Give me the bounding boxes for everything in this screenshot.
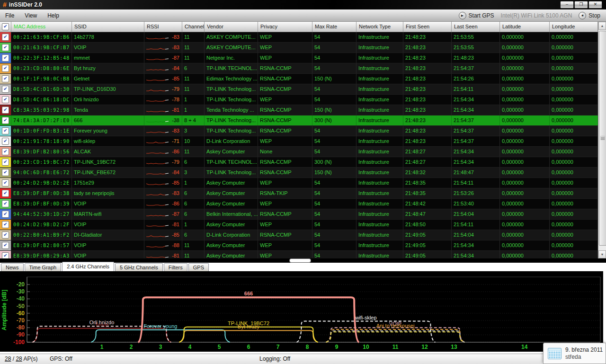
table-row[interactable]: ✔00:1F:1F:98:0C:B8Getnet-8511Edimax Tech… [0, 74, 598, 84]
row-checkbox[interactable]: ✔ [2, 138, 9, 145]
row-checkbox[interactable]: ✔ [2, 65, 9, 72]
cell-vendor: TP-LINK TECHNOL... [205, 63, 258, 73]
table-row[interactable]: ✔74:EA:3A:D7:2F:E0666-388 + 4TP-LINK Tec… [0, 115, 598, 126]
table-row[interactable]: ✔00:21:63:9B:CF:B7VOIP-8311ASKEY COMPUTE… [0, 43, 598, 53]
cell-longitude: 0,000000 [550, 53, 598, 63]
col-ssid[interactable]: SSID [72, 22, 144, 32]
table-row[interactable]: ✔94:0C:6D:FB:E6:72TP-LINK_FBE672-843TP-L… [0, 168, 598, 178]
cell-privacy: WEP [258, 53, 312, 63]
cell-mac-address: 00:24:D2:9B:D2:2E [11, 178, 72, 188]
row-checkbox[interactable]: ✔ [2, 179, 9, 186]
tab-filters[interactable]: Filters [164, 263, 187, 271]
row-checkbox[interactable]: ✔ [2, 117, 9, 124]
table-row[interactable]: ✔E8:39:DF:B2:80:57VOIP-8811Askey Compute… [0, 240, 598, 251]
tab-news[interactable]: News [1, 263, 24, 271]
row-checkbox[interactable]: ✔ [2, 221, 9, 228]
table-row[interactable]: ✔00:24:D2:9B:D2:2FVOIP-811Askey Computer… [0, 220, 598, 230]
col-latitude[interactable]: Latitude [500, 22, 550, 32]
tab-gps[interactable]: GPS [188, 263, 209, 271]
close-button[interactable]: ✕ [588, 1, 602, 9]
menu-help[interactable]: Help [42, 10, 64, 21]
table-row[interactable]: ✔00:23:CD:D8:80:6EByt hruzy-846TP-LINK T… [0, 63, 598, 74]
table-row[interactable]: ✔E8:39:DF:B2:80:56ALCAK-8611Askey Comput… [0, 147, 598, 157]
menu-view[interactable]: View [19, 10, 42, 21]
table-row[interactable]: ✔00:21:91:78:18:90wifi-sklep-7110D-Link … [0, 136, 598, 147]
row-checkbox[interactable]: ✔ [2, 242, 9, 249]
svg-text:9: 9 [335, 344, 339, 350]
row-color-swatch: ✔ [0, 147, 11, 157]
row-checkbox[interactable]: ✔ [2, 190, 9, 197]
channel-graph-svg: -20-30-40-50-60-70-80-90-100123456789101… [0, 271, 603, 352]
col-vendor[interactable]: Vendor [205, 22, 258, 32]
row-checkbox[interactable]: ✔ [2, 34, 9, 41]
table-row[interactable]: ✔00:23:CD:19:BC:72TP-LINK_19BC72-796TP-L… [0, 157, 598, 168]
col-channel[interactable]: Channel [182, 22, 205, 32]
cell-latitude: 0,000000 [500, 168, 550, 178]
table-row[interactable]: ✔C8:3A:35:03:92:98Tenda-811Tenda Technol… [0, 105, 598, 115]
row-checkbox[interactable]: ✔ [2, 107, 9, 114]
table-row[interactable]: ✔D8:5D:4C:86:18:DCOrli hnizdo-781TP-LINK… [0, 95, 598, 105]
row-checkbox[interactable]: ✔ [2, 159, 9, 166]
tab-5ghz-channels[interactable]: 5 GHz Channels [115, 263, 163, 271]
table-row[interactable]: ✔00:1D:0F:FD:B3:1EForever young-833TP-LI… [0, 126, 598, 136]
rssi-sparkline [146, 169, 169, 177]
stop-button[interactable]: ■ Stop [579, 12, 600, 19]
rssi-sparkline [146, 252, 169, 259]
col-network-type[interactable]: Network Type [356, 22, 403, 32]
cell-privacy: RSNA-CCMP [258, 230, 312, 240]
col-longitude[interactable]: Longitude [550, 22, 598, 32]
adapter-select[interactable]: Intel(R) WiFi Link 5100 AGN [501, 12, 572, 19]
scrollbar-thumb[interactable] [599, 31, 606, 246]
cell-first-seen: 21:49:05 [403, 251, 452, 258]
row-checkbox[interactable]: ✔ [2, 252, 9, 258]
row-checkbox[interactable]: ✔ [2, 127, 9, 134]
minimize-button[interactable]: – [560, 1, 574, 9]
table-scrollbar[interactable]: ▲ ▼ [598, 22, 606, 258]
start-gps-button[interactable]: ▶ Start GPS [459, 12, 494, 19]
table-row[interactable]: ✔E8:39:DF:0B:29:A3VOIP-8111Askey Compute… [0, 251, 598, 258]
col-first-seen[interactable]: First Seen [403, 22, 452, 32]
table-row[interactable]: ✔E8:39:DF:BF:0D:38tady se nepripojis-836… [0, 188, 598, 199]
cell-channel: 11 [182, 32, 205, 42]
col-privacy[interactable]: Privacy [258, 22, 312, 32]
table-row[interactable]: ✔E8:39:DF:BF:0D:39VOIP-866Askey Computer… [0, 199, 598, 209]
cell-max-rate: 54 [312, 84, 356, 94]
table-row[interactable]: ✔00:21:63:9B:CF:B614b2778-8311ASKEY COMP… [0, 32, 598, 43]
row-color-swatch: ✔ [0, 220, 11, 230]
cell-network-type: Infrastructure [356, 74, 403, 84]
cell-last-seen: 21:54:37 [452, 115, 500, 125]
scroll-down-icon[interactable]: ▼ [598, 250, 606, 258]
tab-24ghz-channels[interactable]: 2.4 GHz Channels [62, 262, 114, 271]
menu-file[interactable]: File [0, 10, 19, 21]
col-mac-address[interactable]: MAC Address [11, 22, 72, 32]
row-checkbox[interactable]: ✔ [2, 96, 9, 103]
row-checkbox[interactable]: ✔ [2, 200, 9, 207]
row-checkbox[interactable]: ✔ [2, 148, 9, 155]
tab-bar: News Time Graph 2.4 GHz Channels 5 GHz C… [0, 263, 606, 271]
splitter-grip-icon[interactable] [289, 258, 311, 263]
col-max-rate[interactable]: Max Rate [312, 22, 356, 32]
table-row[interactable]: ✔94:44:52:30:1D:27MARTN-wifi-876Belkin I… [0, 209, 598, 220]
row-checkbox[interactable]: ✔ [2, 231, 9, 239]
row-checkbox[interactable]: ✔ [2, 75, 9, 82]
table-row[interactable]: ✔00:24:D2:9B:D2:2E1751e29-851Askey Compu… [0, 178, 598, 188]
network-label: Forever young [144, 323, 178, 329]
cell-first-seen: 21:49:05 [403, 230, 452, 240]
table-row[interactable]: ✔00:22:3F:12:B5:48mmnet-8711Netgear Inc.… [0, 53, 598, 63]
row-checkbox[interactable]: ✔ [2, 211, 9, 218]
select-all-checkbox[interactable]: ✔ [0, 22, 11, 32]
tab-time-graph[interactable]: Time Graph [25, 263, 62, 271]
col-rssi[interactable]: RSSI [144, 22, 182, 32]
cell-privacy: RSNA-CCMP [258, 84, 312, 94]
table-row[interactable]: ✔D8:5D:4C:D1:6D:30TP-LINK_D16D30-7911TP-… [0, 84, 598, 95]
row-checkbox[interactable]: ✔ [2, 169, 9, 176]
cell-privacy: WEP [258, 199, 312, 209]
table-row[interactable]: ✔00:22:B0:A1:B9:F2DI-Gladiator-856D-Link… [0, 230, 598, 240]
col-last-seen[interactable]: Last Seen [452, 22, 500, 32]
maximize-button[interactable]: ❐ [574, 1, 588, 9]
cell-max-rate: 150 (N) [312, 74, 356, 84]
row-checkbox[interactable]: ✔ [2, 54, 9, 62]
scroll-up-icon[interactable]: ▲ [598, 22, 606, 30]
row-checkbox[interactable]: ✔ [2, 44, 9, 51]
row-checkbox[interactable]: ✔ [2, 86, 9, 93]
